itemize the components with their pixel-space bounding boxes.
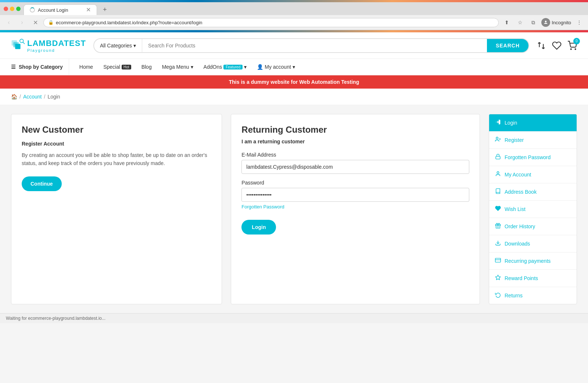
nav-special[interactable]: Special Hot <box>99 59 135 75</box>
share-button[interactable]: ⬆ <box>502 17 512 28</box>
forward-button[interactable]: › <box>17 17 27 28</box>
sidebar-forgotten-label: Forgotten Password <box>505 154 551 160</box>
password-field[interactable] <box>241 188 469 202</box>
sidebar-item-my-account[interactable]: My Account <box>489 166 577 183</box>
breadcrumb-home-icon[interactable]: 🏠 <box>11 94 17 100</box>
hamburger-icon: ☰ <box>11 64 16 70</box>
search-bar: All Categories ▾ SEARCH <box>93 38 529 53</box>
svg-point-8 <box>496 137 498 139</box>
tab-loading-spinner <box>30 7 35 12</box>
login-icon <box>495 119 501 126</box>
hot-badge: Hot <box>122 65 131 69</box>
sidebar-downloads-label: Downloads <box>505 241 530 247</box>
my-account-icon: 👤 <box>257 64 263 70</box>
wish-list-icon <box>495 205 501 213</box>
returning-customer-card: Returning Customer I am a returning cust… <box>231 114 480 304</box>
sidebar-register-label: Register <box>505 137 524 143</box>
svg-rect-3 <box>15 44 20 49</box>
website: LAMBDATEST Playground All Categories ▾ S… <box>0 30 588 323</box>
cart-button[interactable]: 0 <box>567 41 577 50</box>
nav-my-account[interactable]: 👤 My account ▾ <box>252 59 300 75</box>
my-account-sidebar-icon <box>495 171 501 178</box>
recurring-payments-icon <box>495 257 501 265</box>
nav-mega-menu[interactable]: Mega Menu ▾ <box>158 59 198 75</box>
search-button[interactable]: SEARCH <box>487 39 528 52</box>
logo-name: LAMBDATEST <box>27 39 86 48</box>
sidebar-item-order-history[interactable]: Order History <box>489 218 577 235</box>
address-book-icon <box>495 188 501 196</box>
new-tab-button[interactable]: + <box>100 6 110 14</box>
new-customer-card: New Customer Register Account By creatin… <box>11 114 222 304</box>
sidebar-reward-label: Reward Points <box>505 275 538 281</box>
compare-button[interactable] <box>537 41 546 50</box>
dropdown-chevron-icon: ▾ <box>133 43 136 49</box>
lock-icon: 🔒 <box>48 20 54 25</box>
main-content: New Customer Register Account By creatin… <box>0 105 588 313</box>
sidebar-item-address-book[interactable]: Address Book <box>489 183 577 201</box>
sidebar: Login Register <box>489 114 577 304</box>
close-traffic-light[interactable] <box>4 7 8 11</box>
order-history-icon <box>495 223 501 230</box>
password-form-group: Password Forgotten Password <box>241 180 469 210</box>
nav-home[interactable]: Home <box>75 59 97 75</box>
logo-text: LAMBDATEST Playground <box>27 39 86 53</box>
featured-badge: Featured <box>223 65 243 69</box>
breadcrumb-account[interactable]: Account <box>23 94 42 100</box>
incognito-label: Incognito <box>552 20 571 25</box>
svg-point-0 <box>545 21 547 22</box>
svg-point-7 <box>575 49 576 49</box>
back-button[interactable]: ‹ <box>4 17 14 28</box>
browser-tab[interactable]: Account Login ✕ <box>24 4 97 15</box>
menu-button[interactable]: ⋮ <box>574 17 584 28</box>
sidebar-list: Login Register <box>489 114 577 304</box>
login-button[interactable]: Login <box>241 220 276 235</box>
maximize-traffic-light[interactable] <box>16 7 21 11</box>
reload-button[interactable]: ✕ <box>30 17 40 28</box>
nav-bar: ☰ Shop by Category Home Special Hot Blog… <box>0 58 588 75</box>
email-field[interactable] <box>241 160 469 174</box>
email-form-group: E-Mail Address <box>241 152 469 174</box>
url-input[interactable] <box>56 20 494 25</box>
sidebar-recurring-label: Recurring payments <box>505 258 551 264</box>
email-label: E-Mail Address <box>241 152 469 158</box>
sidebar-address-book-label: Address Book <box>505 189 537 195</box>
sidebar-item-returns[interactable]: Returns <box>489 287 577 304</box>
search-input[interactable] <box>142 39 487 52</box>
address-bar: 🔒 <box>43 18 499 27</box>
nav-blog[interactable]: Blog <box>137 59 156 75</box>
wishlist-button[interactable] <box>552 41 562 50</box>
status-bar: Waiting for ecommerce-playground.lambdat… <box>0 313 588 323</box>
forgotten-password-icon <box>495 154 501 161</box>
forgotten-password-link[interactable]: Forgotten Password <box>241 204 469 210</box>
sidebar-item-login[interactable]: Login <box>489 114 577 132</box>
alert-banner: This is a dummy website for Web Automati… <box>0 75 588 89</box>
shop-by-category-nav[interactable]: ☰ Shop by Category <box>11 59 69 75</box>
addons-chevron-icon: ▾ <box>244 64 247 70</box>
tab-title: Account Login <box>38 7 68 13</box>
tab-overview-button[interactable]: ⧉ <box>528 17 538 28</box>
browser-right-controls: ⬆ ☆ ⧉ Incognito ⋮ <box>502 17 584 28</box>
sidebar-my-account-label: My Account <box>505 172 531 178</box>
register-icon <box>495 136 501 144</box>
sidebar-item-downloads[interactable]: Downloads <box>489 235 577 253</box>
cart-badge: 0 <box>573 38 580 44</box>
continue-button[interactable]: Continue <box>22 176 62 191</box>
sidebar-item-reward-points[interactable]: Reward Points <box>489 270 577 287</box>
search-category-dropdown[interactable]: All Categories ▾ <box>94 39 142 52</box>
tab-close-button[interactable]: ✕ <box>86 7 91 13</box>
mega-menu-chevron-icon: ▾ <box>191 64 193 70</box>
logo-icon <box>11 37 26 54</box>
nav-addons[interactable]: AddOns Featured ▾ <box>199 59 251 75</box>
nav-links: Home Special Hot Blog Mega Menu ▾ AddOns… <box>75 59 300 75</box>
sidebar-item-recurring-payments[interactable]: Recurring payments <box>489 253 577 270</box>
returns-icon <box>495 292 501 299</box>
sidebar-item-forgotten-password[interactable]: Forgotten Password <box>489 149 577 166</box>
sidebar-item-register[interactable]: Register <box>489 132 577 149</box>
incognito-button[interactable]: Incognito <box>541 18 571 27</box>
minimize-traffic-light[interactable] <box>10 7 14 11</box>
svg-rect-11 <box>496 156 500 159</box>
bookmark-button[interactable]: ☆ <box>515 17 525 28</box>
my-account-chevron-icon: ▾ <box>293 64 295 70</box>
sidebar-item-wish-list[interactable]: Wish List <box>489 201 577 218</box>
returning-customer-subtitle: I am a returning customer <box>241 139 469 144</box>
